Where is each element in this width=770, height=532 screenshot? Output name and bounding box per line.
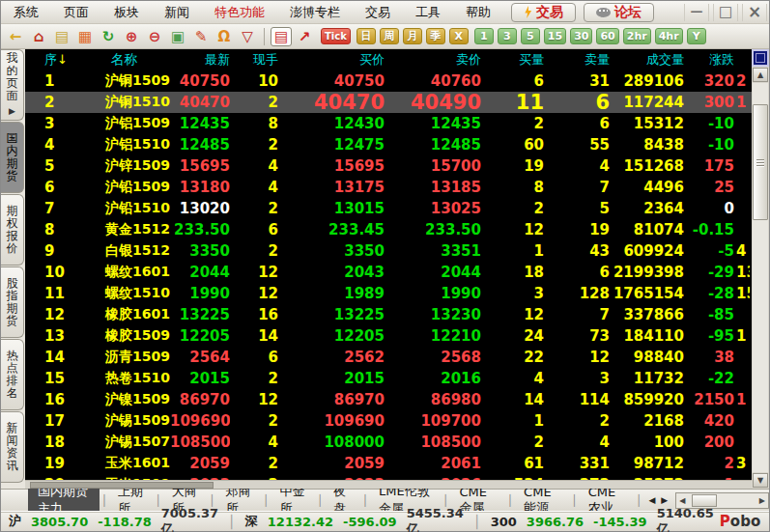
menu-item[interactable]: 页面 <box>51 1 101 23</box>
table-row[interactable]: 16沪镍150986970128697086980141148599202150… <box>25 389 752 410</box>
tile-windows-icon[interactable]: ▣ <box>167 27 188 46</box>
period-button-60[interactable]: 60 <box>596 28 618 44</box>
tabs-left-icon[interactable]: ◀ <box>648 495 655 505</box>
menu-item[interactable]: 帮助 <box>453 1 503 23</box>
home-icon[interactable]: ⌂ <box>28 27 49 46</box>
tab-scrollbar-thumb[interactable] <box>692 494 717 507</box>
table-row[interactable]: 18沪锡1507108500410800010850024100200 <box>25 432 752 453</box>
table-row[interactable]: 1沪铜1509407501040750407606312891063202 <box>25 70 752 92</box>
table-row[interactable]: 12橡胶160113225161322513230127337866-85 <box>25 304 752 325</box>
period-button-季[interactable]: 季 <box>426 28 445 44</box>
col-header-bid[interactable]: 买价 <box>278 51 385 69</box>
zoom-out-icon[interactable]: ⊖ <box>144 27 165 46</box>
table-row[interactable]: 11螺纹15101990121989199031281765154-2815 <box>25 283 752 304</box>
table-row[interactable]: 5沪锌15091569541569515700194151268175 <box>25 155 752 177</box>
sidebar-tab-2[interactable]: 国内期货 <box>1 122 24 193</box>
tab-scrollbar[interactable]: ◀ ▶ <box>675 492 769 509</box>
tab-scroll-left-icon[interactable]: ◀ <box>679 496 685 505</box>
col-header-name[interactable]: 名称 <box>78 51 170 69</box>
sidebar-tab-6[interactable]: 新闻资讯 <box>1 411 24 483</box>
sidebar-tab-1[interactable]: 我的页面▶ <box>1 49 24 121</box>
tab-scroll-right-icon[interactable]: ▶ <box>759 496 765 505</box>
scroll-up-icon[interactable]: ▲ <box>753 68 768 82</box>
col-header-totalvol[interactable]: 成交量 <box>610 51 684 69</box>
period-button-15[interactable]: 15 <box>544 28 566 44</box>
chart-icon[interactable]: ↗ <box>294 27 315 46</box>
cell-last: 108500 <box>170 434 230 451</box>
close-button[interactable]: × <box>742 4 767 21</box>
edit-icon[interactable]: ✎ <box>190 27 212 46</box>
period-button-Y[interactable]: Y <box>687 28 706 44</box>
table-row[interactable]: 14沥青1509256462562256822129884038 <box>25 347 752 368</box>
vertical-scrollbar-track[interactable] <box>753 83 768 472</box>
table-row[interactable]: 13橡胶1509122051412205122102473184110-951 <box>25 325 752 347</box>
memo-icon[interactable]: ▤ <box>51 27 72 46</box>
period-button-4hr[interactable]: 4hr <box>655 28 683 44</box>
table-row[interactable]: 8黄金1512233.506233.45233.50121981074-0.15 <box>25 219 752 240</box>
refresh-icon[interactable]: ↻ <box>98 27 119 46</box>
table-row[interactable]: 4沪铝1510124852124751248560558438-10 <box>25 134 752 155</box>
col-header-volume[interactable]: 现手 <box>230 51 278 69</box>
period-button-2hr[interactable]: 2hr <box>623 28 651 44</box>
period-button-日[interactable]: 日 <box>356 28 376 44</box>
calendar-icon[interactable]: ▦ <box>74 27 96 46</box>
col-header-last[interactable]: 最新 <box>170 51 230 69</box>
vertical-scrollbar-thumb[interactable] <box>753 104 768 220</box>
zoom-in-icon[interactable]: ⊕ <box>121 27 142 46</box>
forum-button[interactable]: 论坛 <box>584 3 654 22</box>
menu-item[interactable]: 工具 <box>403 1 453 23</box>
status-change-value: -145.39 <box>593 515 647 529</box>
menu-item[interactable]: 系统 <box>1 1 51 23</box>
period-button-月[interactable]: 月 <box>403 28 422 44</box>
sidebar-tab-3[interactable]: 期权报价 <box>1 194 24 266</box>
table-row[interactable]: 2沪铜151040470240470404901161172443001 <box>25 92 752 113</box>
cell-totalvol: 151268 <box>610 157 684 175</box>
table-row[interactable]: 10螺纹1601204412204320441862199398-2913 <box>25 262 752 283</box>
menu-item[interactable]: 交易 <box>353 1 403 23</box>
minimize-button[interactable]: — <box>684 4 709 21</box>
cell-last: 109690 <box>170 412 230 430</box>
table-row[interactable]: 6沪铅1509131804131751318587449625 <box>25 177 752 198</box>
status-bar: 沪3805.70-118.787005.37亿│深12132.42-596.09… <box>1 511 769 531</box>
expand-icon[interactable]: ▶ <box>9 105 15 118</box>
col-header-bidvol[interactable]: 买量 <box>481 51 544 69</box>
menu-item[interactable]: 板块 <box>101 1 152 23</box>
table-row[interactable]: 17沪锡15091096902109690109700122168420 <box>25 410 752 432</box>
bell-icon[interactable]: Ω <box>214 27 235 46</box>
corner-button[interactable] <box>752 49 769 67</box>
col-header-seq[interactable]: 序↓ <box>25 51 78 69</box>
col-header-change[interactable]: 涨跌 <box>684 51 734 69</box>
menu-item[interactable]: 澎博专栏 <box>277 1 353 23</box>
table-row[interactable]: 3沪铝150912435812430124352615312-10 <box>25 113 752 134</box>
menu-item[interactable]: 新闻 <box>152 1 202 23</box>
menu-item[interactable]: 特色功能 <box>202 1 277 23</box>
status-amount-value: 5140.65亿 <box>657 506 714 532</box>
quote-table-icon[interactable]: ▤ <box>271 27 292 46</box>
col-header-ask[interactable]: 卖价 <box>385 51 481 69</box>
sidebar-tab-5[interactable]: 热点排名 <box>1 339 24 410</box>
table-row[interactable]: 19玉米16012059220592061613319871223 <box>25 453 752 474</box>
horizontal-scrollbar-thumb[interactable] <box>30 482 214 489</box>
table-row[interactable]: 15热卷151020152201520164311732-22 <box>25 368 752 389</box>
period-button-X[interactable]: X <box>449 28 469 44</box>
period-button-3[interactable]: 3 <box>498 28 517 44</box>
sidebar-tab-4[interactable]: 股指期货 <box>1 266 24 338</box>
period-button-5[interactable]: 5 <box>521 28 540 44</box>
table-row[interactable]: 7沪铅151013020213015130252523640 <box>25 198 752 219</box>
horizontal-scrollbar[interactable] <box>25 480 752 489</box>
trade-button[interactable]: 交易 <box>511 3 576 22</box>
maximize-button[interactable]: □ <box>713 4 738 21</box>
filter-icon[interactable]: ▽ <box>237 27 258 46</box>
vertical-scrollbar[interactable]: ▲ ▼ <box>752 49 769 489</box>
table-row[interactable]: 9白银15123350233503351143609924-54 <box>25 240 752 262</box>
col-header-askvol[interactable]: 卖量 <box>544 51 610 69</box>
tabs-right-icon[interactable]: ▶ <box>661 495 668 505</box>
period-button-30[interactable]: 30 <box>570 28 592 44</box>
period-button-周[interactable]: 周 <box>380 28 399 44</box>
scroll-down-icon[interactable]: ▼ <box>753 473 768 488</box>
period-button-1[interactable]: 1 <box>474 28 494 44</box>
status-index-value: 3805.70 <box>31 515 88 529</box>
cell-bid: 12475 <box>278 136 385 154</box>
back-icon[interactable]: ← <box>5 27 26 46</box>
tick-chart-button[interactable]: Tick <box>321 28 351 44</box>
